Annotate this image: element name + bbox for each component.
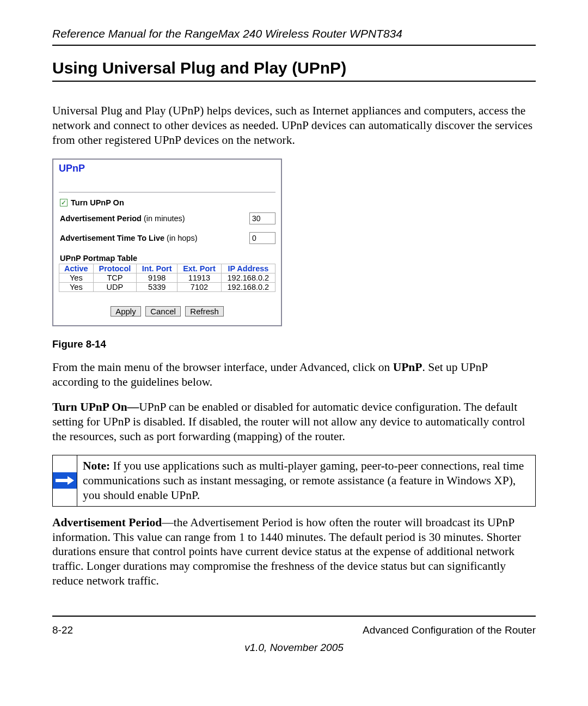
turn-upnp-on-row: ✓ Turn UPnP On (60, 198, 275, 207)
note-text: If you use applications such as multi-pl… (83, 459, 524, 502)
note-label: Note: (83, 459, 110, 472)
advertisement-ttl-row: Advertisement Time To Live (in hops) 0 (60, 232, 275, 244)
advertisement-period-label-bold: Advertisement Period (60, 214, 142, 223)
col-ip-address: IP Address (221, 264, 275, 273)
section-title: Using Universal Plug and Play (UPnP) (52, 59, 536, 77)
advertisement-ttl-label-rest: (in hops) (164, 234, 197, 242)
table-row: Yes TCP 9198 11913 192.168.0.2 (59, 273, 275, 282)
panel-divider (59, 192, 275, 193)
button-row: Apply Cancel Refresh (59, 306, 275, 317)
chapter-name: Advanced Configuration of the Router (363, 624, 536, 636)
advertisement-period-input[interactable]: 30 (249, 212, 275, 224)
col-ext-port: Ext. Port (177, 264, 221, 273)
page-number: 8-22 (52, 624, 73, 636)
col-protocol: Protocol (93, 264, 137, 273)
table-row: Yes UDP 5339 7102 192.168.0.2 (59, 282, 275, 291)
advertisement-period-label-rest: (in minutes) (142, 214, 185, 223)
advertisement-ttl-label-bold: Advertisement Time To Live (60, 234, 164, 242)
footer-rule (52, 616, 536, 617)
turn-upnp-on-label: Turn UPnP On (71, 198, 124, 207)
col-active: Active (59, 264, 94, 273)
section-title-rule (52, 81, 536, 82)
paragraph-advertisement-period: Advertisement Period—the Advertisement P… (52, 515, 536, 588)
apply-button[interactable]: Apply (111, 306, 141, 317)
portmap-table: Active Protocol Int. Port Ext. Port IP A… (59, 264, 275, 292)
portmap-table-title: UPnP Portmap Table (60, 254, 275, 263)
intro-paragraph: Universal Plug and Play (UPnP) helps dev… (52, 104, 536, 148)
advertisement-ttl-input[interactable]: 0 (249, 232, 275, 244)
turn-upnp-on-checkbox[interactable]: ✓ (60, 199, 68, 206)
running-header: Reference Manual for the RangeMax 240 Wi… (52, 27, 536, 40)
figure-upnp-panel: UPnP ✓ Turn UPnP On Advertisement Period… (52, 159, 282, 326)
panel-title: UPnP (59, 163, 275, 174)
cancel-button[interactable]: Cancel (145, 306, 181, 317)
footer-version: v1.0, November 2005 (0, 642, 588, 654)
header-rule (52, 45, 536, 46)
col-int-port: Int. Port (137, 264, 177, 273)
figure-caption: Figure 8-14 (52, 338, 536, 350)
paragraph-turn-upnp-on: Turn UPnP On—UPnP can be enabled or disa… (52, 400, 536, 444)
note-box: Note: If you use applications such as mu… (52, 455, 536, 507)
paragraph-after-figure-1: From the main menu of the browser interf… (52, 360, 536, 389)
svg-marker-1 (68, 476, 74, 485)
refresh-button[interactable]: Refresh (185, 306, 224, 317)
arrow-right-icon (53, 472, 77, 489)
advertisement-period-row: Advertisement Period (in minutes) 30 (60, 212, 275, 224)
svg-rect-0 (56, 479, 68, 482)
checkmark-icon: ✓ (61, 199, 66, 206)
